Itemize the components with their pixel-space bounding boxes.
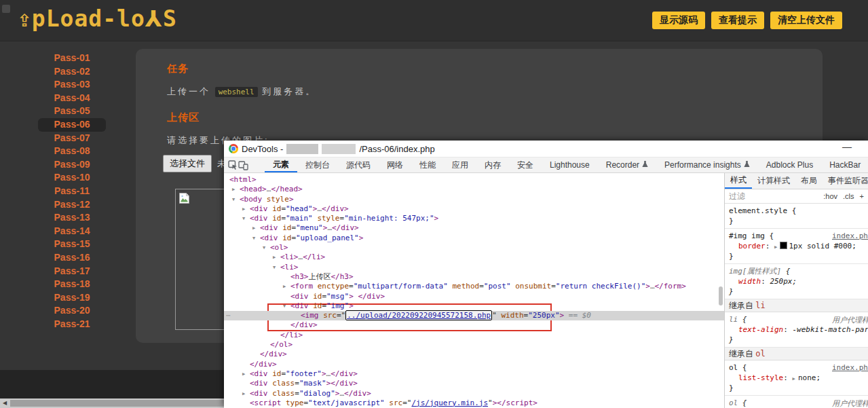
tree-row[interactable]: ▼<li> [224,263,724,272]
minimize-button[interactable]: — [842,141,852,152]
new-style-rule-button[interactable]: + [860,192,864,200]
tree-row[interactable]: <div id="msg"> </div> [224,292,724,301]
collapse-arrow-icon[interactable]: ▶ [252,223,255,233]
collapse-arrow-icon[interactable]: ▶ [242,389,245,398]
devtools-tab-performance-insights[interactable]: Performance insights [656,157,758,172]
sidebar-item-pass-12[interactable]: Pass-12 [38,198,106,212]
devtools-tab-安全[interactable]: 安全 [509,157,542,172]
css-property[interactable]: width: 250px; [729,276,868,286]
tree-row[interactable]: ▼<div id="img"> [224,301,724,311]
tree-row-selected[interactable]: ⋯<img src="../upload/202209220945572158.… [224,311,724,320]
tree-row[interactable]: </div> [224,350,724,359]
collapse-arrow-icon[interactable]: ▶ [273,253,276,262]
sidebar-item-pass-08[interactable]: Pass-08 [38,145,106,158]
tree-row[interactable]: ▶<div id="head">…</div> [224,204,724,214]
devtools-tab-recorder[interactable]: Recorder [598,157,656,172]
sidebar-item-pass-10[interactable]: Pass-10 [38,171,106,185]
inspect-element-icon[interactable] [228,158,238,172]
collapse-arrow-icon[interactable]: ▶ [283,282,286,291]
hover-toggle[interactable]: :hov [823,192,837,200]
collapse-arrow-icon[interactable]: ▶ [242,204,245,214]
view-hint-button[interactable]: 查看提示 [711,12,764,29]
tree-row[interactable]: ▶<li>…</li> [224,253,724,262]
styles-tab-事件监听器[interactable]: 事件监听器 [823,173,868,189]
expand-arrow-icon[interactable]: ▼ [273,263,276,272]
devtools-tab-网络[interactable]: 网络 [379,157,411,172]
tree-row[interactable]: </div> [224,360,724,369]
tree-token[interactable]: /js/jquery.min.js [411,398,488,407]
stylesheet-source-link[interactable]: 用户代理样式表 [832,315,868,325]
sidebar-item-pass-03[interactable]: Pass-03 [38,78,106,92]
devtools-tab-元素[interactable]: 元素 [265,157,297,172]
color-swatch[interactable] [780,242,787,249]
expand-arrow-icon[interactable]: ▼ [263,243,265,253]
sidebar-item-pass-17[interactable]: Pass-17 [38,265,106,278]
tree-row[interactable]: ▶<div class="dialog">…</div> [224,389,724,398]
tree-row[interactable]: ▼<ol> [224,243,724,253]
show-source-button[interactable]: 显示源码 [652,12,705,29]
sidebar-item-pass-05[interactable]: Pass-05 [38,105,106,118]
tree-row[interactable]: ▶<div id="menu">…</div> [224,223,724,233]
clear-uploads-button[interactable]: 清空上传文件 [770,12,842,29]
class-toggle[interactable]: .cls [843,192,854,200]
tree-row[interactable]: <div class="mask"></div> [224,379,724,388]
tree-row[interactable]: ▼<div id="upload_panel"> [224,234,724,243]
expand-arrow-icon[interactable]: ▼ [232,195,235,204]
tree-row[interactable]: ▶<div id="footer">…</div> [224,369,724,379]
device-toolbar-icon[interactable] [238,158,248,172]
devtools-tab-应用[interactable]: 应用 [444,157,476,172]
expand-arrow-icon[interactable]: ▼ [283,301,286,311]
sidebar-item-pass-06[interactable]: Pass-06 [38,118,106,132]
devtools-tab-源代码[interactable]: 源代码 [338,157,379,172]
sidebar-item-pass-14[interactable]: Pass-14 [38,225,106,238]
choose-file-button[interactable]: 选择文件 [163,155,212,172]
css-property[interactable]: text-align: -webkit-match-parent; [729,324,868,335]
tree-row[interactable]: ▼<body style> [224,195,724,204]
sidebar-item-pass-15[interactable]: Pass-15 [38,238,106,251]
tree-row[interactable]: <script type="text/javascript" src="/js/… [224,398,724,408]
stylesheet-source-link[interactable]: 用户代理样式表 [832,398,868,408]
devtools-tab-控制台[interactable]: 控制台 [297,157,338,172]
sidebar-item-pass-20[interactable]: Pass-20 [38,304,106,318]
sidebar-item-pass-18[interactable]: Pass-18 [38,278,106,291]
css-property[interactable]: list-style: ▶ none; [729,373,868,383]
tree-token[interactable]: ../upload/202209220945572158.php [345,310,492,320]
devtools-tab-adblock-plus[interactable]: Adblock Plus [758,157,821,172]
collapse-arrow-icon[interactable]: ▶ [232,185,235,194]
filter-input[interactable]: 过滤 [729,191,818,202]
sidebar-item-pass-09[interactable]: Pass-09 [38,158,106,172]
expand-arrow-icon[interactable]: ▼ [242,214,245,223]
collapse-arrow-icon[interactable]: ▶ [242,369,245,379]
inherited-node-link[interactable]: li [755,301,765,310]
tree-row[interactable]: ▼<div id="main" style="min-height: 547px… [224,214,724,223]
styles-tab-样式[interactable]: 样式 [725,173,752,189]
tree-row[interactable]: <html> [224,175,724,185]
stylesheet-source-link[interactable]: index.php [832,363,868,372]
expand-arrow-icon[interactable]: ▼ [252,234,255,243]
sidebar-item-pass-01[interactable]: Pass-01 [38,52,106,65]
scroll-left-arrow-icon[interactable]: ◀ [0,398,10,408]
inherited-node-link[interactable]: ol [755,349,765,358]
tree-row[interactable]: </li> [224,331,724,340]
tree-row[interactable]: </ol> [224,340,724,350]
sidebar-item-pass-21[interactable]: Pass-21 [38,318,106,331]
sidebar-item-pass-16[interactable]: Pass-16 [38,251,106,265]
devtools-tab-hackbar[interactable]: HackBar [821,157,868,172]
devtools-tab-内存[interactable]: 内存 [476,157,509,172]
css-property[interactable]: border: ▶ 1px solid #000; [729,241,868,251]
styles-tab-布局[interactable]: 布局 [795,173,823,189]
stylesheet-source-link[interactable]: index.php [832,231,868,240]
sidebar-item-pass-13[interactable]: Pass-13 [38,211,106,225]
sidebar-item-pass-02[interactable]: Pass-02 [38,65,106,79]
tree-row[interactable]: ▶<form enctype="multipart/form-data" met… [224,282,724,291]
devtools-tab-性能[interactable]: 性能 [411,157,444,172]
devtools-tab-lighthouse[interactable]: Lighthouse [542,157,598,172]
sidebar-item-pass-07[interactable]: Pass-07 [38,132,106,145]
sidebar-item-pass-04[interactable]: Pass-04 [38,92,106,105]
styles-tab-计算样式[interactable]: 计算样式 [752,173,795,189]
tree-row[interactable]: </div> [224,320,724,330]
sidebar-item-pass-11[interactable]: Pass-11 [38,185,106,198]
sidebar-item-pass-19[interactable]: Pass-19 [38,291,106,305]
tree-row[interactable]: ▶<head>…</head> [224,185,724,194]
devtools-titlebar[interactable]: DevTools - /Pass-06/index.php — [224,141,868,157]
